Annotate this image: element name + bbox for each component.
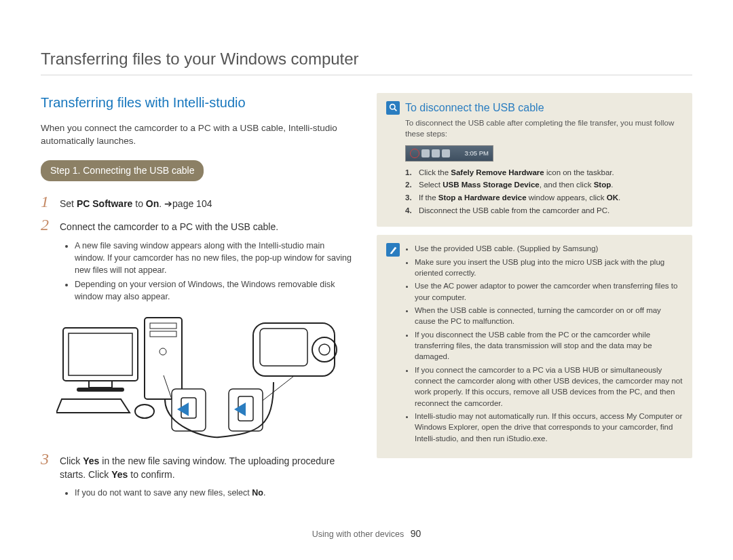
section-heading: Transferring files with Intelli-studio xyxy=(41,93,356,112)
taskbar-screenshot: 3:05 PM xyxy=(405,145,493,162)
notes-panel: Use the provided USB cable. (Supplied by… xyxy=(377,235,692,458)
intro-text: When you connect the camcorder to a PC w… xyxy=(41,122,356,148)
list-item: 4.Disconnect the USB cable from the camc… xyxy=(405,205,683,217)
list-item: When the USB cable is connected, turning… xyxy=(415,305,683,327)
tray-icon xyxy=(442,149,450,157)
list-item: 3.If the Stop a Hardware device window a… xyxy=(405,192,683,204)
svg-point-19 xyxy=(390,105,394,109)
list-item: A new file saving window appears along w… xyxy=(75,240,356,276)
panel-title: To disconnect the USB cable xyxy=(405,100,544,115)
list-item: Depending on your version of Windows, th… xyxy=(75,278,356,303)
taskbar-time: 3:05 PM xyxy=(465,149,489,157)
list-item: Make sure you insert the USB plug into t… xyxy=(415,257,683,279)
tray-icon xyxy=(432,149,440,157)
step-number: 2 xyxy=(41,217,60,233)
svg-rect-0 xyxy=(63,328,138,381)
tray-icon xyxy=(421,149,430,157)
step-number: 1 xyxy=(41,193,60,210)
svg-rect-3 xyxy=(77,388,124,392)
svg-line-17 xyxy=(164,375,172,399)
note-icon xyxy=(386,243,400,257)
disconnect-panel: To disconnect the USB cable To disconnec… xyxy=(377,93,692,227)
svg-rect-6 xyxy=(150,331,176,337)
svg-rect-4 xyxy=(145,318,182,399)
sub-bullets: A new file saving window appears along w… xyxy=(41,240,356,303)
step-item-3: 3 Click Yes in the new file saving windo… xyxy=(41,451,356,481)
step-text: Set PC Software to On. ➔page 104 xyxy=(60,195,356,211)
list-item: If you do not want to save any new files… xyxy=(75,487,356,499)
svg-point-7 xyxy=(159,348,166,355)
svg-rect-9 xyxy=(253,323,335,376)
list-item: Intelli-studio may not automatically run… xyxy=(415,411,683,444)
svg-rect-2 xyxy=(89,381,112,388)
list-item: Use the AC power adaptor to power the ca… xyxy=(415,280,683,303)
list-item: If you disconnect the USB cable from the… xyxy=(415,329,683,362)
page-number: 90 xyxy=(411,528,421,539)
left-column: Transferring files with Intelli-studio W… xyxy=(41,93,356,504)
step-item-1: 1 Set PC Software to On. ➔page 104 xyxy=(41,193,356,211)
list-item: 1.Click the Safely Remove Hardware icon … xyxy=(405,167,683,179)
footer-label: Using with other devices xyxy=(312,529,404,539)
list-item: 2.Select USB Mass Storage Device, and th… xyxy=(405,179,683,191)
step-text: Connect the camcorder to a PC with the U… xyxy=(60,219,356,234)
sub-bullets: If you do not want to save any new files… xyxy=(41,487,356,499)
step-item-2: 2 Connect the camcorder to a PC with the… xyxy=(41,217,356,234)
page-title: Transferring files to your Windows compu… xyxy=(41,48,692,75)
svg-point-11 xyxy=(312,337,337,362)
svg-rect-1 xyxy=(69,333,132,375)
list-item: Use the provided USB cable. (Supplied by… xyxy=(415,243,683,254)
notes-list: Use the provided USB cable. (Supplied by… xyxy=(405,243,683,446)
svg-rect-5 xyxy=(150,323,176,329)
connection-diagram xyxy=(56,311,341,440)
list-item: If you connect the camcorder to a PC via… xyxy=(415,365,683,409)
svg-point-12 xyxy=(319,344,330,355)
svg-line-20 xyxy=(394,109,396,111)
step-number: 3 xyxy=(41,451,60,467)
page-footer: Using with other devices 90 xyxy=(0,527,733,541)
svg-line-18 xyxy=(263,376,294,400)
right-column: To disconnect the USB cable To disconnec… xyxy=(377,93,692,504)
magnify-icon xyxy=(386,101,400,115)
panel-subtext: To disconnect the USB cable after comple… xyxy=(386,118,683,140)
numbered-steps: 1.Click the Safely Remove Hardware icon … xyxy=(386,167,683,217)
step-text: Click Yes in the new file saving window.… xyxy=(60,453,356,481)
svg-rect-10 xyxy=(260,329,307,366)
safely-remove-icon xyxy=(410,149,419,158)
step-badge: Step 1. Connecting the USB cable xyxy=(41,160,204,182)
svg-point-8 xyxy=(135,405,154,418)
